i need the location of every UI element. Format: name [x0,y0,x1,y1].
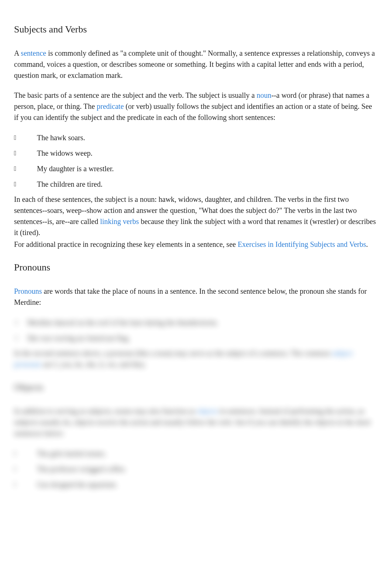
term: is, are [47,217,65,225]
link-noun[interactable]: noun [257,91,271,99]
list-item: The hawk soars. [14,132,378,144]
text: the action and usually follow the verb. … [14,418,371,437]
link-pronouns[interactable]: Pronouns [14,287,42,295]
heading-objects: Objects [14,380,378,394]
blurred-content: Merdine danced on the roof of the barn d… [14,317,378,490]
term-subject: subject [123,91,144,99]
text: is commonly defined as "a complete unit … [14,49,375,79]
list-item: She was waving an American flag. [14,332,378,344]
text: stands for [336,287,367,295]
list-item: My daughter is a wrestler. [14,163,378,175]
text: : [39,298,41,306]
example-list-1: The hawk soars. The widows weep. My daug… [14,132,378,190]
paragraph-pronouns-def: Pronouns are words that take the place o… [14,286,378,308]
text: are [41,360,54,368]
paragraph-sentence-def: A sentence is commonly defined as "a com… [14,48,378,81]
term: hawk, widows, daughter [159,195,231,203]
term: I, you, he, she, it, we, [54,360,118,368]
paragraph-additional-practice: For additional practice in recognizing t… [14,239,378,250]
link-exercises[interactable]: Exercises in Identifying Subjects and Ve… [238,240,366,248]
text: In each of these sentences, the subject … [14,195,159,203]
text: In addition to serving as subjects, noun… [14,407,197,415]
list-item: The children are tired. [14,178,378,190]
text: . [144,360,146,368]
paragraph-explain-examples: In each of these sentences, the subject … [14,194,378,238]
link-predicate[interactable]: predicate [97,102,124,110]
link-sentence[interactable]: sentence [21,49,46,57]
list-item: Gus dropped the aquarium. [14,479,378,490]
term: receive [97,418,118,426]
list-item: The girls hurled stones. [14,448,378,459]
text: and the [144,91,169,99]
heading-subjects-verbs: Subjects and Verbs [14,22,378,37]
term: Merdine [14,298,39,306]
example-list-2: Merdine danced on the roof of the barn d… [14,317,378,344]
list-item: The professor swigged coffee. [14,463,378,475]
text: For additional practice in recognizing t… [14,240,238,248]
paragraph-objects-def: In addition to serving as subjects, noun… [14,406,378,439]
term: soars, weep [47,206,82,214]
term: she [326,287,336,295]
text: . [366,240,368,248]
example-list-3: The girls hurled stones. The professor s… [14,448,378,490]
text: --are called [65,217,100,225]
text: in sentences. Instead of performing the … [14,407,364,426]
text: because they link the subject with a wor… [139,217,312,225]
link-linking-verbs[interactable]: linking verbs [100,217,139,225]
list-item: The widows weep. [14,147,378,159]
term-verb: verb [169,91,182,99]
text: (or [124,102,136,110]
link-objects[interactable]: objects [197,407,218,415]
paragraph-pronoun-explain: In the second sentence above, a pronoun … [14,348,378,370]
text: and [118,360,132,368]
text: A [14,49,21,57]
text: . The subject is usually a [182,91,257,99]
text: are words that take the place of nouns i… [42,287,326,295]
list-item: Merdine danced on the roof of the barn d… [14,317,378,328]
term: wrestler [312,217,336,225]
paragraph-basic-parts: The basic parts of a sentence are the su… [14,90,378,123]
text: ). [36,228,40,237]
heading-pronouns: Pronouns [14,260,378,275]
term: children [247,195,271,203]
text: , and [230,195,247,203]
link-subject-pronouns[interactable]: subject pronouns [14,349,353,368]
text: The basic parts of a sentence are the [14,91,123,99]
term-verb2: verb [136,102,149,110]
text: In the second sentence above, a pronoun … [14,349,331,357]
term: tired [23,228,36,237]
term: they [132,360,144,368]
